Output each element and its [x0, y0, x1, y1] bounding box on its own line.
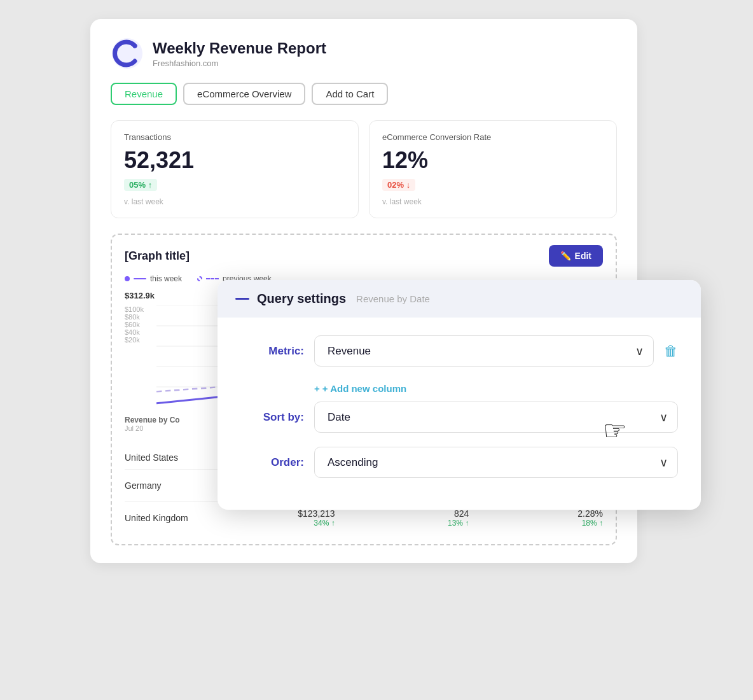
edit-label: Edit: [575, 251, 591, 261]
svg-point-3: [127, 41, 130, 44]
y-label-40k: $40k: [125, 328, 153, 336]
metric-card-conversion: eCommerce Conversion Rate 12% 02% ↓ v. l…: [369, 120, 617, 218]
metric-card-transactions: Transactions 52,321 05% ↑ v. last week: [111, 120, 359, 218]
y-axis-labels: $100k $80k $60k $40k $20k: [125, 305, 153, 344]
col-val-uk-3: 2.28% 18% ↑: [479, 508, 603, 528]
date-label: Jul 20: [125, 424, 180, 432]
query-row-order: Order: Ascending ∨ ☞: [240, 447, 678, 478]
uk-revenue-change: 34% ↑: [211, 519, 335, 528]
add-column-label: + Add new column: [322, 383, 406, 394]
uk-transactions-change: 13% ↑: [345, 519, 469, 528]
metric-label-conversion: eCommerce Conversion Rate: [382, 132, 604, 142]
y-label-20k: $20k: [125, 336, 153, 344]
query-panel-body: Metric: Revenue ∨ 🗑 + + Add new column S…: [218, 318, 701, 510]
y-label-100k: $100k: [125, 305, 153, 313]
revenue-by-label: Revenue by Co: [125, 416, 180, 424]
metric-field-label: Metric:: [240, 345, 304, 358]
order-field-label: Order:: [240, 456, 304, 469]
outer-container: Weekly Revenue Report Freshfashion.com R…: [90, 19, 663, 563]
country-germany: Germany: [125, 480, 201, 491]
query-row-metric: Metric: Revenue ∨ 🗑: [240, 335, 678, 367]
tab-add-to-cart[interactable]: Add to Cart: [312, 83, 388, 105]
logo-icon: [111, 37, 144, 70]
query-panel-header: Query settings Revenue by Date: [218, 280, 701, 318]
metric-value-conversion: 12%: [382, 147, 604, 174]
query-panel-title: Query settings: [257, 291, 346, 306]
uk-transactions: 824: [345, 508, 469, 519]
cursor-icon: ☞: [603, 415, 627, 446]
tab-revenue[interactable]: Revenue: [111, 83, 177, 105]
metrics-row: Transactions 52,321 05% ↑ v. last week e…: [111, 120, 617, 218]
sort-field-label: Sort by:: [240, 411, 304, 424]
metric-label-transactions: Transactions: [124, 132, 345, 142]
header-title: Weekly Revenue Report: [153, 39, 326, 57]
country-uk: United Kingdom: [125, 513, 201, 523]
metric-value-transactions: 52,321: [124, 147, 345, 174]
legend-this-week: this week: [125, 274, 182, 283]
metric-badge-conversion: 02% ↓: [382, 179, 415, 191]
query-settings-panel: Query settings Revenue by Date Metric: R…: [218, 280, 701, 510]
metric-badge-transactions: 05% ↑: [124, 179, 157, 191]
metric-select-wrapper: Revenue ∨: [314, 335, 654, 367]
country-us: United States: [125, 452, 201, 463]
uk-revenue: $123,213: [211, 508, 335, 519]
legend-dot-dashed: [197, 276, 202, 281]
header: Weekly Revenue Report Freshfashion.com: [111, 37, 617, 70]
pencil-icon: ✏️: [560, 251, 571, 261]
graph-sub-label: Revenue by Co Jul 20: [125, 416, 180, 432]
legend-line-solid: [134, 278, 146, 279]
edit-button[interactable]: ✏️ Edit: [549, 245, 603, 267]
trash-button[interactable]: 🗑: [664, 343, 678, 360]
y-label-80k: $80k: [125, 313, 153, 321]
legend-line-dashed: [206, 278, 219, 279]
col-val-uk-1: $123,213 34% ↑: [211, 508, 335, 528]
y-label-60k: $60k: [125, 321, 153, 328]
svg-point-2: [130, 41, 134, 45]
metric-vs-conversion: v. last week: [382, 197, 604, 206]
header-subtitle: Freshfashion.com: [153, 59, 326, 68]
col-val-uk-2: 824 13% ↑: [345, 508, 469, 528]
plus-icon: +: [314, 383, 320, 394]
graph-header: [Graph title] ✏️ Edit: [125, 245, 603, 267]
query-panel-subtitle: Revenue by Date: [356, 293, 430, 304]
uk-rate: 2.28%: [479, 508, 603, 519]
tab-ecommerce[interactable]: eCommerce Overview: [183, 83, 305, 105]
uk-rate-change: 18% ↑: [479, 519, 603, 528]
legend-label-this-week: this week: [150, 274, 182, 283]
order-select[interactable]: Ascending: [314, 447, 678, 478]
graph-title: [Graph title]: [125, 249, 190, 263]
legend-dot-solid: [125, 276, 130, 281]
panel-dash-icon: [235, 298, 249, 300]
header-text: Weekly Revenue Report Freshfashion.com: [153, 39, 326, 68]
metric-select[interactable]: Revenue: [314, 335, 654, 367]
tabs: Revenue eCommerce Overview Add to Cart: [111, 83, 617, 105]
order-select-wrapper: Ascending ∨: [314, 447, 678, 478]
metric-vs-transactions: v. last week: [124, 197, 345, 206]
add-column-button[interactable]: + + Add new column: [314, 381, 406, 396]
